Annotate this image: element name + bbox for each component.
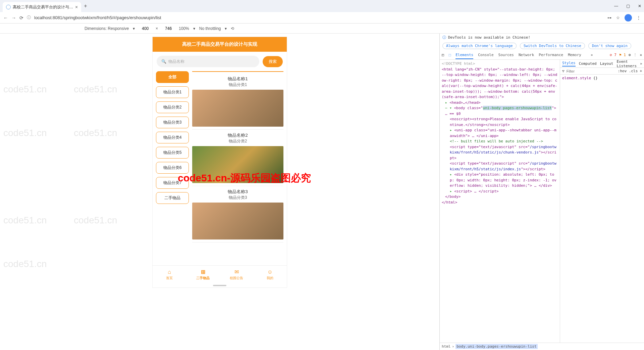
- tabbar-item[interactable]: ☺我的: [253, 266, 287, 283]
- dimensions-label[interactable]: Dimensions: Responsive: [85, 26, 129, 31]
- watermark: code51.cn: [74, 84, 117, 95]
- devtools-tab[interactable]: Performance: [539, 53, 563, 57]
- error-count[interactable]: ⊘ 7: [610, 53, 616, 57]
- filter-actions[interactable]: :hov .cls: [618, 69, 638, 73]
- forward-icon[interactable]: →: [11, 15, 16, 20]
- item-category: 物品分类2: [192, 138, 283, 144]
- item-list[interactable]: 物品名称1 物品分类1 物品名称2 物品分类2 物品名称3 物品分类3: [192, 71, 283, 265]
- url-bar: ← → ⟳ ⓘ localhost:8081/springbootwkixm/f…: [0, 12, 644, 24]
- styles-subtab[interactable]: Layout: [600, 61, 613, 66]
- zoom-select[interactable]: 100%: [179, 26, 189, 31]
- category-item[interactable]: 物品分类6: [156, 162, 189, 174]
- new-tab-button[interactable]: +: [84, 3, 87, 9]
- bookmark-icon[interactable]: ☆: [616, 15, 620, 20]
- more-tabs-icon[interactable]: »: [591, 53, 593, 57]
- tab-close-icon[interactable]: ×: [75, 4, 78, 10]
- height-input[interactable]: [162, 26, 175, 31]
- category-item[interactable]: 物品分类5: [156, 147, 189, 159]
- rotate-icon[interactable]: ⟲: [231, 26, 234, 31]
- styles-subtab[interactable]: Styles: [562, 61, 576, 67]
- close-window-icon[interactable]: ✕: [638, 4, 641, 8]
- devtools-tab[interactable]: Elements: [455, 53, 473, 59]
- devtools-tab[interactable]: Console: [478, 53, 493, 57]
- item-card[interactable]: 物品名称2 物品分类2: [192, 130, 283, 186]
- item-image: [192, 146, 283, 183]
- search-icon: 🔍: [161, 59, 166, 64]
- devtools-tabs: ◰ ⬚ ElementsConsoleSourcesNetworkPerform…: [440, 50, 644, 60]
- devtools-info-text: DevTools is now available in Chinese!: [448, 35, 530, 40]
- minimize-icon[interactable]: —: [614, 4, 618, 8]
- filter-icon: ▽: [562, 69, 565, 73]
- throttling-select[interactable]: No throttling: [199, 26, 221, 31]
- device-toolbar: Dimensions: Responsive▾ × 100%▾ No throt…: [0, 24, 644, 34]
- language-chip[interactable]: Switch DevTools to Chinese: [520, 43, 585, 49]
- tabbar-icon: ☺: [267, 269, 273, 275]
- add-rule-icon[interactable]: +: [640, 69, 642, 73]
- item-category: 物品分类1: [192, 82, 283, 88]
- globe-icon: [6, 5, 11, 9]
- tabbar-icon: ⌂: [168, 269, 171, 275]
- search-input[interactable]: 🔍 物品名称: [157, 56, 259, 67]
- window-titlebar: 高校二手商品交易平台的设计与… × + — ▢ ✕: [0, 0, 644, 12]
- reload-icon[interactable]: ⟳: [19, 15, 23, 20]
- watermark: code51.cn: [3, 259, 47, 269]
- item-category: 物品分类3: [192, 195, 283, 201]
- styles-panel: StylesComputedLayoutEvent Listeners» ▽ :…: [560, 60, 644, 343]
- item-card[interactable]: 物品名称3 物品分类3: [192, 186, 283, 243]
- category-item[interactable]: 物品分类4: [156, 132, 189, 143]
- devtools-tab[interactable]: Memory: [568, 53, 581, 57]
- category-item[interactable]: 物品分类7: [156, 177, 189, 189]
- inspect-icon[interactable]: ◰: [442, 53, 444, 57]
- watermark: code51.cn: [3, 84, 47, 95]
- devtools-tab[interactable]: Sources: [498, 53, 514, 57]
- category-item[interactable]: 物品分类3: [156, 117, 189, 128]
- settings-icon[interactable]: ⚙: [629, 53, 631, 57]
- search-button[interactable]: 搜索: [263, 56, 283, 67]
- item-name: 物品名称3: [192, 189, 283, 195]
- address-field[interactable]: localhost:8081/springbootwkixm/front/h5/…: [34, 15, 604, 20]
- key-icon[interactable]: ⊶: [607, 15, 611, 20]
- styles-subtab[interactable]: Computed: [579, 61, 597, 66]
- maximize-icon[interactable]: ▢: [626, 4, 630, 8]
- devtools-tab[interactable]: Network: [519, 53, 534, 57]
- item-name: 物品名称2: [192, 132, 283, 138]
- kebab-icon[interactable]: ⋮: [633, 53, 637, 57]
- tabbar-item[interactable]: ✉校园公告: [220, 266, 253, 283]
- info-icon: ⓘ: [442, 35, 446, 40]
- back-icon[interactable]: ←: [3, 15, 8, 20]
- item-name: 物品名称1: [192, 76, 283, 82]
- category-item[interactable]: 全部: [156, 71, 189, 83]
- css-rules[interactable]: element.style {}</span><span class="sel"…: [560, 75, 644, 343]
- tabbar-item[interactable]: ⌂首页: [153, 266, 186, 283]
- device-mode-icon[interactable]: ⬚: [449, 53, 451, 57]
- tabbar-item[interactable]: ⊞二手物品: [186, 266, 220, 283]
- browser-tab[interactable]: 高校二手商品交易平台的设计与… ×: [3, 2, 81, 12]
- tab-title: 高校二手商品交易平台的设计与…: [13, 4, 73, 10]
- tabbar-icon: ⊞: [201, 269, 205, 275]
- resize-handle[interactable]: [213, 285, 226, 286]
- language-chip[interactable]: Don't show again: [588, 43, 631, 49]
- kebab-menu-icon[interactable]: ⋮: [637, 15, 641, 20]
- language-chip[interactable]: Always match Chrome's language: [442, 43, 517, 49]
- device-frame: 高校二手商品交易平台的设计与实现 🔍 物品名称 搜索 全部物品分类1物品分类2物…: [153, 37, 287, 288]
- styles-subtab[interactable]: Event Listeners: [616, 60, 637, 68]
- app-header: 高校二手商品交易平台的设计与实现: [153, 37, 287, 52]
- category-item[interactable]: 物品分类1: [156, 86, 189, 98]
- item-image: [192, 90, 283, 127]
- profile-avatar[interactable]: [625, 14, 632, 21]
- filter-input[interactable]: [567, 69, 616, 73]
- close-devtools-icon[interactable]: ✕: [640, 53, 642, 57]
- width-input[interactable]: [139, 26, 152, 31]
- tabbar-icon: ✉: [234, 269, 239, 275]
- warning-count[interactable]: ⚑ 1: [619, 53, 626, 57]
- viewport-preview: code51.cn code51.cn code51.cn code51.cn …: [0, 34, 439, 350]
- item-card[interactable]: 物品名称1 物品分类1: [192, 73, 283, 130]
- site-info-icon[interactable]: ⓘ: [27, 15, 31, 20]
- breadcrumb-path[interactable]: html › body.uni-body.pages-ershouwupin-l…: [440, 343, 644, 350]
- category-item[interactable]: 物品分类2: [156, 101, 189, 113]
- page-title: 高校二手商品交易平台的设计与实现: [182, 41, 257, 47]
- category-item[interactable]: 二手物品: [156, 192, 189, 204]
- more-icon[interactable]: »: [640, 61, 642, 66]
- category-sidebar: 全部物品分类1物品分类2物品分类3物品分类4物品分类5物品分类6物品分类7二手物…: [156, 71, 189, 265]
- dom-tree[interactable]: <!DOCTYPE html> <html lang="zh-CN" style…: [440, 60, 560, 343]
